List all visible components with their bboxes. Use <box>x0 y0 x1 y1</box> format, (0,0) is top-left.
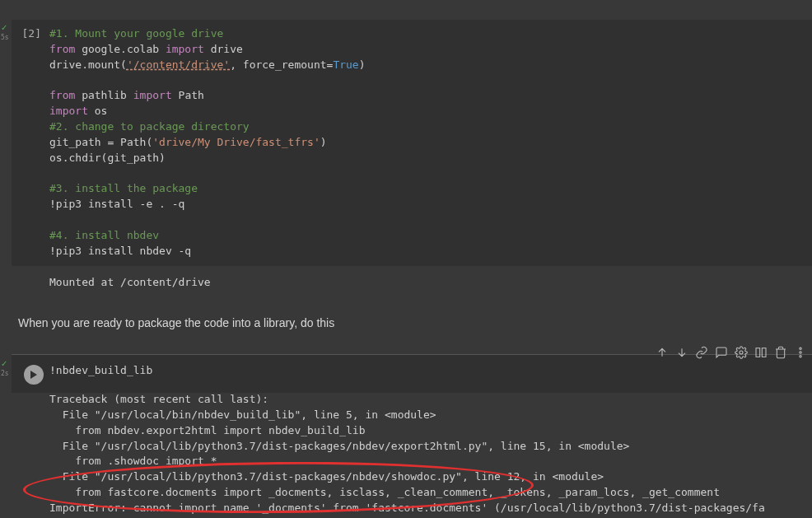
traceback-line: File "/usr/local/bin/nbdev_build_lib", l… <box>49 408 436 421</box>
cell2-exec-time: 2s <box>1 369 9 379</box>
traceback-line: from .showdoc import * <box>49 455 217 467</box>
more-button[interactable] <box>792 344 809 361</box>
execution-count: [2] <box>18 26 49 259</box>
markdown-text: When you are ready to package the code i… <box>18 316 334 329</box>
comment-button[interactable] <box>713 344 730 361</box>
cell1-output: Mounted at /content/drive <box>12 270 812 296</box>
svg-point-5 <box>800 355 801 357</box>
traceback-line: File "/usr/local/lib/python3.7/dist-pack… <box>49 470 604 483</box>
traceback-line: File "/usr/local/lib/python3.7/dist-pack… <box>49 440 629 452</box>
traceback-line: from nbdev.export2html import nbdev_buil… <box>49 424 366 436</box>
svg-rect-2 <box>762 348 766 357</box>
check-icon: ✓ <box>1 23 7 32</box>
traceback-line: ImportError: cannot import name '_docmen… <box>49 502 765 514</box>
check-icon: ✓ <box>1 359 7 368</box>
mirror-button[interactable] <box>753 344 769 361</box>
svg-point-4 <box>800 352 801 353</box>
move-up-button[interactable] <box>654 344 670 361</box>
traceback-line: from fastcore.docments import _docments,… <box>49 486 720 498</box>
cell-toolbar <box>654 344 809 361</box>
move-down-button[interactable] <box>674 344 690 361</box>
code-editor-2[interactable]: !nbdev_build_lib <box>49 363 812 385</box>
svg-point-0 <box>740 351 743 354</box>
run-cell-button[interactable] <box>24 365 44 385</box>
cell1-exec-time: 5s <box>1 33 9 43</box>
play-icon <box>30 371 38 379</box>
settings-button[interactable] <box>733 344 749 361</box>
code-cell-1[interactable]: [2] #1. Mount your google drive from goo… <box>12 20 812 266</box>
link-button[interactable] <box>693 344 710 361</box>
svg-point-3 <box>800 348 801 349</box>
traceback-line: Traceback (most recent call last): <box>49 393 268 405</box>
code-editor-1[interactable]: #1. Mount your google drive from google.… <box>49 26 812 259</box>
delete-button[interactable] <box>772 344 789 361</box>
svg-rect-1 <box>756 348 760 357</box>
cell2-output: Traceback (most recent call last): File … <box>12 387 812 518</box>
